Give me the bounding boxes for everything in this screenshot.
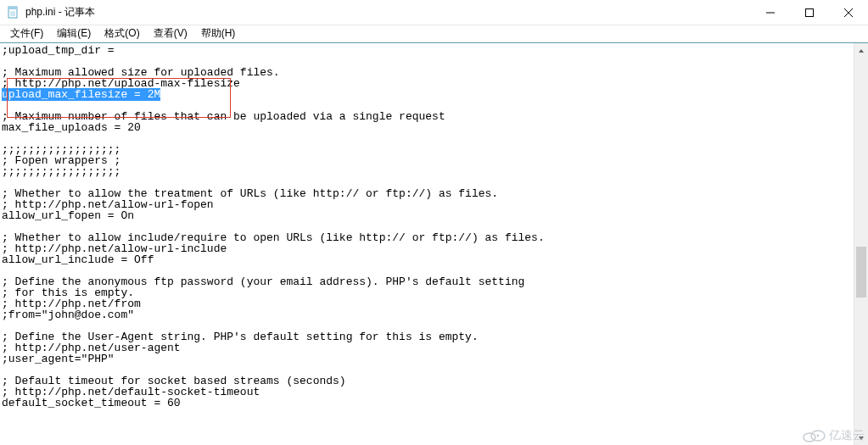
scroll-thumb[interactable]	[856, 247, 866, 298]
menu-edit[interactable]: 编辑(E)	[50, 25, 98, 42]
window-controls	[751, 0, 868, 25]
window-title: php.ini - 记事本	[25, 5, 751, 19]
notepad-icon	[7, 6, 20, 19]
editor-selection: upload_max_filesize = 2M	[2, 88, 160, 101]
menu-help[interactable]: 帮助(H)	[194, 25, 243, 42]
titlebar: php.ini - 记事本	[0, 0, 868, 25]
minimize-button[interactable]	[751, 0, 790, 25]
vertical-scrollbar[interactable]	[854, 43, 868, 445]
svg-rect-6	[806, 8, 814, 16]
editor-line: allow_url_fopen = On	[2, 210, 852, 221]
editor-line: ;;;;;;;;;;;;;;;;;;	[2, 144, 852, 155]
content-wrap: ;upload_tmp_dir = ; Maximum allowed size…	[0, 42, 868, 445]
editor-line: allow_url_include = Off	[2, 254, 852, 265]
editor-line: ; http://php.net/user-agent	[2, 342, 852, 353]
svg-rect-1	[8, 7, 17, 9]
editor-line: max_file_uploads = 20	[2, 122, 852, 133]
menu-view[interactable]: 查看(V)	[147, 25, 194, 42]
editor-line: ;upload_tmp_dir =	[2, 45, 852, 56]
editor-line: ; Fopen wrappers ;	[2, 155, 852, 166]
close-button[interactable]	[829, 0, 868, 25]
menu-file[interactable]: 文件(F)	[3, 25, 50, 42]
editor-line: upload_max_filesize = 2M	[2, 89, 852, 100]
editor-line	[2, 133, 852, 144]
editor-line: ;from="john@doe.com"	[2, 309, 852, 320]
scroll-up-arrow[interactable]	[854, 43, 868, 58]
editor-line: ;user_agent="PHP"	[2, 353, 852, 364]
editor-line: ;;;;;;;;;;;;;;;;;;	[2, 166, 852, 177]
editor-line: default_socket_timeout = 60	[2, 398, 852, 409]
scroll-down-arrow[interactable]	[854, 431, 868, 445]
menu-format[interactable]: 格式(O)	[98, 25, 146, 42]
text-editor[interactable]: ;upload_tmp_dir = ; Maximum allowed size…	[0, 43, 854, 445]
menubar: 文件(F) 编辑(E) 格式(O) 查看(V) 帮助(H)	[0, 25, 868, 42]
maximize-button[interactable]	[790, 0, 829, 25]
